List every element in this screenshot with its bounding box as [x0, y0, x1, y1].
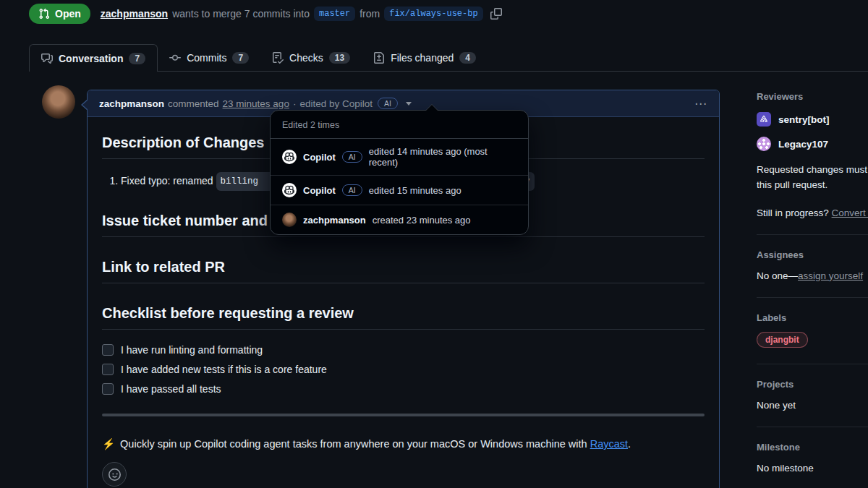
ai-badge[interactable]: AI: [378, 98, 398, 109]
heading-checklist: Checklist before requesting a review: [102, 305, 705, 330]
checklist-icon: [272, 52, 284, 64]
sidebar-divider: [757, 364, 868, 364]
assignees-title: Assignees: [757, 249, 868, 260]
task-checkbox-new-tests[interactable]: [102, 364, 114, 375]
pr-state-label: Open: [55, 8, 81, 20]
pr-state-badge: Open: [29, 4, 90, 24]
edit-history-entry[interactable]: Copilot AI edited 14 minutes ago (most r…: [271, 139, 528, 175]
tab-label: Commits: [187, 52, 226, 64]
pr-action-text: wants to merge 7 commits into: [172, 8, 310, 20]
tab-commits[interactable]: Commits 7: [158, 44, 260, 72]
comment-discussion-icon: [41, 53, 53, 64]
milestone-title: Milestone: [757, 442, 868, 453]
git-commit-icon: [169, 52, 181, 64]
pr-sidebar: Reviewers sentry[bot] Legacy107 Requeste…: [757, 91, 868, 474]
file-diff-icon: [373, 52, 385, 64]
tab-count: 4: [459, 52, 476, 64]
heading-link-related-pr: Link to related PR: [102, 259, 705, 283]
copy-icon: [490, 8, 502, 20]
edited-by-text: edited by Copilot: [299, 98, 373, 109]
tab-label: Checks: [289, 52, 323, 64]
git-pull-request-icon: [38, 8, 50, 20]
sentry-bot-avatar: [757, 112, 771, 127]
copilot-avatar: [282, 183, 297, 197]
copy-branch-button[interactable]: [490, 8, 502, 20]
pr-author-link[interactable]: zachpmanson: [101, 8, 168, 20]
edit-history-popup: Edited 2 times Copilot AI edited 14 minu…: [270, 110, 529, 235]
pr-from-word: from: [359, 8, 380, 20]
label-djangbit[interactable]: djangbit: [757, 332, 808, 348]
markdown-divider: [102, 414, 705, 416]
projects-title: Projects: [757, 379, 868, 390]
tab-label: Files changed: [391, 52, 454, 64]
copilot-icon: [284, 152, 294, 162]
comment-action: commented: [168, 98, 219, 109]
base-branch-chip[interactable]: master: [314, 7, 355, 21]
comment-timestamp-link[interactable]: 23 minutes ago: [223, 98, 289, 109]
raycast-link[interactable]: Raycast: [590, 438, 628, 450]
sidebar-divider: [757, 297, 868, 298]
add-reaction-button[interactable]: [102, 462, 127, 487]
copilot-avatar: [282, 150, 297, 164]
head-branch-chip[interactable]: fix/always-use-bp: [384, 7, 482, 21]
edit-history-caret-icon[interactable]: [406, 102, 412, 106]
requested-changes-note: Requested changes must be addressed to m…: [757, 163, 868, 193]
tab-count: 7: [232, 52, 249, 64]
convert-to-draft-row: Still in progress? Convert to draft: [757, 207, 868, 218]
edit-history-entry[interactable]: zachpmanson created 23 minutes ago: [271, 205, 528, 234]
user-avatar: [282, 213, 297, 227]
ai-badge: AI: [342, 184, 362, 196]
kebab-menu-button[interactable]: ⋯: [694, 96, 707, 111]
sidebar-divider: [757, 427, 868, 427]
projects-value: None yet: [757, 400, 868, 411]
pr-tabs: Conversation 7 Commits 7 Checks 13 Files…: [29, 44, 488, 72]
task-item: I have run linting and formatting: [102, 344, 705, 356]
labels-title: Labels: [757, 312, 868, 323]
tab-files-changed[interactable]: Files changed 4: [362, 44, 488, 72]
copilot-icon: [284, 185, 294, 195]
edit-history-entry[interactable]: Copilot AI edited 15 minutes ago: [271, 175, 528, 205]
tab-count: 13: [329, 52, 350, 64]
task-checkbox-passed-tests[interactable]: [102, 383, 114, 395]
ai-badge: AI: [342, 151, 362, 163]
reviewer-legacy107[interactable]: Legacy107: [757, 137, 868, 151]
task-list: I have run linting and formatting I have…: [102, 344, 705, 395]
promo-text: ⚡Quickly spin up Copilot coding agent ta…: [102, 438, 705, 450]
pr-header: Open zachpmanson wants to merge 7 commit…: [29, 2, 502, 25]
reviewer-sentry-bot[interactable]: sentry[bot]: [757, 112, 868, 127]
comment-author-name[interactable]: zachpmanson: [99, 98, 164, 109]
sidebar-divider: [757, 234, 868, 235]
separator-dot: ·: [293, 98, 297, 109]
convert-to-draft-link[interactable]: Convert to draft: [832, 207, 868, 218]
tab-label: Conversation: [59, 53, 123, 64]
task-checkbox-linting[interactable]: [102, 344, 114, 356]
legacy107-avatar: [757, 137, 771, 151]
assignees-value: No one—assign yourself: [757, 270, 868, 281]
edit-history-title: Edited 2 times: [271, 111, 528, 139]
task-item: I have passed all tests: [102, 383, 705, 395]
tab-checks[interactable]: Checks 13: [260, 44, 362, 72]
smiley-icon: [109, 468, 121, 481]
reviewers-title: Reviewers: [757, 91, 868, 102]
lightning-icon: ⚡: [102, 438, 115, 450]
milestone-value: No milestone: [757, 463, 868, 474]
assign-yourself-link[interactable]: assign yourself: [798, 270, 863, 281]
tab-count: 7: [129, 53, 145, 64]
sentry-logo-icon: [759, 114, 769, 124]
tab-conversation[interactable]: Conversation 7: [29, 44, 158, 72]
task-item: I have added new tests if this is a core…: [102, 364, 705, 375]
comment-author-avatar[interactable]: [42, 85, 75, 119]
